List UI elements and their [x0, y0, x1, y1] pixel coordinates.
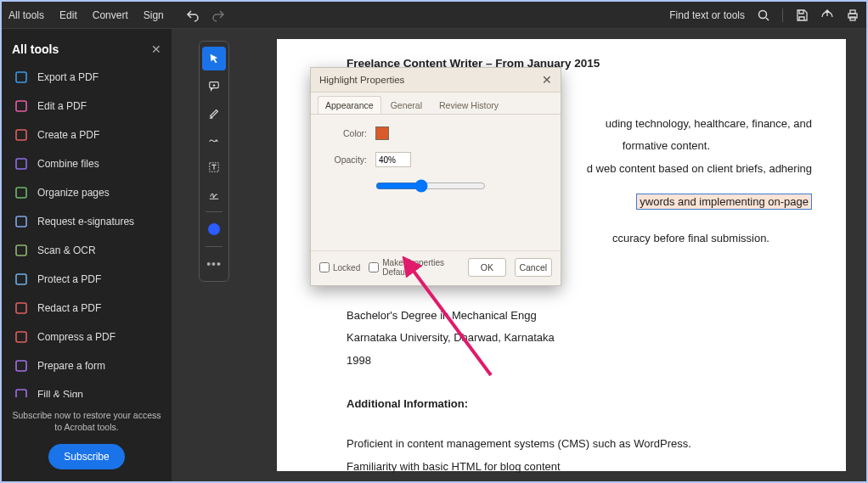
tab-general[interactable]: General	[383, 96, 430, 114]
sidebar-tool-item[interactable]: Create a PDF	[7, 122, 166, 148]
subscribe-button[interactable]: Subscribe	[48, 444, 124, 469]
opacity-input[interactable]	[375, 152, 411, 167]
subscribe-text: Subscribe now to restore your access to …	[12, 409, 161, 434]
svg-rect-12	[16, 303, 26, 313]
comment-tool-icon[interactable]	[202, 74, 226, 98]
doc-line: Bachelor's Degree in Mechanical Engg	[347, 307, 812, 325]
tool-label: Redact a PDF	[37, 302, 101, 314]
select-tool-icon[interactable]	[202, 47, 226, 70]
svg-rect-10	[16, 245, 26, 256]
tool-icon	[14, 214, 29, 229]
svg-rect-3	[850, 17, 855, 20]
tool-label: Fill & Sign	[37, 389, 83, 397]
tool-label: Protect a PDF	[37, 273, 101, 285]
svg-rect-11	[16, 274, 26, 284]
tool-icon	[14, 387, 29, 397]
svg-rect-2	[850, 10, 855, 14]
sidebar-tool-item[interactable]: Organize pages	[7, 180, 166, 205]
tool-icon	[14, 358, 29, 373]
close-icon[interactable]: ✕	[151, 42, 161, 56]
color-swatch[interactable]	[375, 126, 389, 140]
locked-checkbox[interactable]: Locked	[319, 262, 360, 272]
tool-label: Scan & OCR	[37, 244, 96, 256]
sidebar-tool-item[interactable]: Edit a PDF	[7, 93, 166, 119]
svg-rect-9	[16, 216, 26, 227]
menu-all-tools[interactable]: All tools	[8, 9, 44, 21]
menu-convert[interactable]: Convert	[93, 9, 128, 21]
dialog-close-icon[interactable]: ✕	[542, 73, 552, 87]
doc-line: Familiarity with basic HTML for blog con…	[347, 458, 812, 476]
sidebar-tool-item[interactable]: Request e-signatures	[7, 209, 166, 234]
sidebar-tool-item[interactable]: Prepare a form	[7, 353, 166, 379]
tool-icon	[14, 70, 29, 85]
dialog-title: Highlight Properties	[319, 75, 404, 85]
tool-icon	[14, 272, 29, 287]
tool-label: Combine files	[37, 158, 99, 170]
find-label[interactable]: Find text or tools	[669, 9, 745, 21]
tool-label: Organize pages	[37, 187, 110, 199]
svg-rect-7	[16, 159, 26, 169]
doc-section-title: Additional Information:	[347, 396, 812, 413]
tool-label: Edit a PDF	[37, 100, 87, 112]
print-icon[interactable]	[846, 8, 860, 22]
svg-rect-8	[16, 188, 26, 198]
sidebar-tool-item[interactable]: Compress a PDF	[7, 324, 166, 350]
tool-label: Create a PDF	[37, 129, 99, 141]
ok-button[interactable]: OK	[468, 258, 505, 277]
tool-icon	[14, 329, 29, 345]
opacity-label: Opacity:	[324, 154, 367, 165]
share-icon[interactable]	[820, 8, 834, 22]
svg-rect-6	[16, 130, 26, 140]
svg-rect-15	[16, 390, 26, 397]
locked-label: Locked	[333, 263, 360, 272]
top-menu-bar: All tools Edit Convert Sign Find text or…	[2, 2, 866, 29]
tool-icon	[14, 98, 29, 114]
undo-icon[interactable]	[186, 8, 200, 22]
sidebar-tool-item[interactable]: Protect a PDF	[7, 267, 166, 292]
vertical-toolbar-area: •••	[172, 29, 256, 481]
doc-line: Proficient in content management systems…	[347, 435, 812, 453]
tool-icon	[14, 156, 29, 171]
make-default-checkbox[interactable]: Make Properties Default	[369, 258, 451, 277]
tool-icon	[14, 127, 29, 143]
vertical-toolbar: •••	[199, 41, 229, 282]
color-dot-icon[interactable]	[202, 217, 226, 241]
highlight-properties-dialog: Highlight Properties ✕ Appearance Genera…	[310, 67, 561, 286]
text-tool-icon[interactable]	[202, 155, 226, 179]
svg-point-0	[759, 10, 767, 18]
doc-line: 1998	[347, 352, 812, 370]
doc-line: Karnataka University, Dharwad, Karnataka	[347, 329, 812, 347]
sidebar-tool-item[interactable]: Export a PDF	[7, 65, 166, 90]
search-icon[interactable]	[757, 8, 770, 22]
highlight-tool-icon[interactable]	[202, 101, 226, 125]
sidebar-tool-item[interactable]: Redact a PDF	[7, 295, 166, 321]
color-label: Color:	[324, 128, 367, 138]
tools-sidebar: All tools ✕ Export a PDFEdit a PDFCreate…	[2, 29, 172, 481]
tab-review-history[interactable]: Review History	[431, 96, 506, 114]
more-tools-icon[interactable]: •••	[202, 252, 226, 276]
tool-label: Request e-signatures	[37, 216, 134, 227]
sidebar-title: All tools	[12, 42, 59, 56]
draw-tool-icon[interactable]	[202, 128, 226, 152]
tool-label: Compress a PDF	[37, 331, 116, 343]
sidebar-tool-item[interactable]: Fill & Sign	[7, 382, 166, 397]
menu-sign[interactable]: Sign	[144, 9, 164, 21]
highlight-annotation[interactable]: ywords and implementing on-page	[636, 194, 812, 210]
svg-rect-14	[16, 361, 26, 371]
redo-icon[interactable]	[211, 8, 225, 22]
make-default-label: Make Properties Default	[382, 258, 451, 277]
tab-appearance[interactable]: Appearance	[318, 96, 381, 114]
tool-icon	[14, 185, 29, 200]
save-icon[interactable]	[795, 8, 809, 22]
tool-label: Prepare a form	[37, 360, 105, 372]
menu-edit[interactable]: Edit	[59, 9, 77, 21]
cancel-button[interactable]: Cancel	[515, 258, 552, 277]
svg-rect-5	[16, 101, 26, 111]
sidebar-tool-item[interactable]: Combine files	[7, 151, 166, 177]
sign-tool-icon[interactable]	[202, 183, 226, 206]
doc-line: Strong understanding of social media pla…	[347, 480, 812, 481]
tool-label: Export a PDF	[37, 71, 99, 83]
opacity-slider[interactable]	[375, 179, 486, 193]
tool-icon	[14, 243, 29, 258]
sidebar-tool-item[interactable]: Scan & OCR	[7, 238, 166, 263]
